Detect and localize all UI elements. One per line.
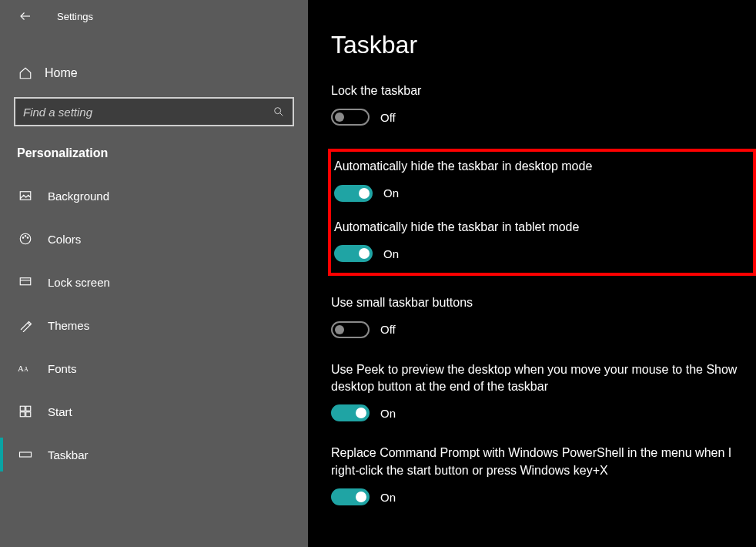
page-title: Taskbar <box>331 31 756 59</box>
nav-list: Background Colors Lock screen Themes <box>0 174 308 476</box>
setting-label: Lock the taskbar <box>331 82 756 99</box>
toggle-state: On <box>380 491 396 504</box>
sidebar: Settings Home Personalization Backgro <box>0 0 308 547</box>
svg-rect-16 <box>20 452 32 457</box>
setting-label: Use small taskbar buttons <box>331 294 756 311</box>
svg-rect-8 <box>20 278 31 285</box>
toggle-state: Off <box>380 323 396 336</box>
svg-rect-12 <box>20 406 25 411</box>
toggle-state: On <box>383 186 399 200</box>
toggle-hide-tablet[interactable] <box>334 245 373 262</box>
sidebar-item-colors[interactable]: Colors <box>0 217 308 260</box>
sidebar-item-start[interactable]: Start <box>0 390 308 433</box>
sidebar-item-label: Fonts <box>48 362 77 375</box>
content-pane: Taskbar Lock the taskbar Off Automatical… <box>308 0 756 547</box>
sidebar-item-label: Themes <box>48 319 89 332</box>
highlight-annotation: Automatically hide the taskbar in deskto… <box>328 149 756 276</box>
lock-screen-icon <box>17 275 34 289</box>
setting-label: Use Peek to preview the desktop when you… <box>331 361 756 396</box>
sidebar-item-taskbar[interactable]: Taskbar <box>0 433 308 476</box>
palette-icon <box>17 232 34 246</box>
toggle-small-buttons[interactable] <box>331 321 370 338</box>
toggle-powershell[interactable] <box>331 488 370 505</box>
setting-label: Automatically hide the taskbar in deskto… <box>334 158 745 175</box>
search-box[interactable] <box>14 97 294 126</box>
taskbar-icon <box>17 448 34 461</box>
setting-peek: Use Peek to preview the desktop when you… <box>331 361 756 422</box>
svg-text:A: A <box>24 366 28 373</box>
setting-lock-taskbar: Lock the taskbar Off <box>331 82 756 126</box>
search-icon <box>273 106 285 118</box>
setting-label: Replace Command Prompt with Windows Powe… <box>331 445 756 479</box>
setting-hide-desktop: Automatically hide the taskbar in deskto… <box>331 158 745 201</box>
search-container <box>14 97 294 126</box>
toggle-hide-desktop[interactable] <box>334 185 373 202</box>
toggle-state: Off <box>380 111 396 124</box>
toggle-peek[interactable] <box>331 404 370 421</box>
toggle-state: On <box>383 247 399 260</box>
sidebar-item-label: Colors <box>48 233 81 246</box>
sidebar-item-lock-screen[interactable]: Lock screen <box>0 260 308 304</box>
svg-rect-13 <box>26 406 31 411</box>
themes-icon <box>17 318 34 332</box>
back-button[interactable] <box>14 5 37 28</box>
picture-icon <box>17 189 34 203</box>
sidebar-item-label: Lock screen <box>48 276 110 289</box>
nav-home[interactable]: Home <box>0 57 308 89</box>
svg-text:A: A <box>18 364 24 373</box>
svg-line-2 <box>280 113 283 116</box>
svg-point-7 <box>27 237 28 239</box>
toggle-state: On <box>380 407 396 420</box>
back-arrow-icon <box>18 9 32 23</box>
svg-point-1 <box>275 108 281 114</box>
titlebar: Settings <box>0 0 308 32</box>
search-input[interactable] <box>23 106 273 119</box>
setting-small-buttons: Use small taskbar buttons Off <box>331 294 756 337</box>
svg-point-6 <box>25 236 26 237</box>
sidebar-item-background[interactable]: Background <box>0 174 308 217</box>
settings-window: Settings Home Personalization Backgro <box>0 0 756 547</box>
sidebar-item-fonts[interactable]: AA Fonts <box>0 347 308 390</box>
svg-point-5 <box>22 237 24 239</box>
setting-hide-tablet: Automatically hide the taskbar in tablet… <box>331 219 745 262</box>
sidebar-item-label: Start <box>48 405 72 418</box>
sidebar-item-themes[interactable]: Themes <box>0 304 308 347</box>
sidebar-item-label: Background <box>48 190 109 203</box>
setting-powershell: Replace Command Prompt with Windows Powe… <box>331 445 756 505</box>
toggle-lock-taskbar[interactable] <box>331 109 370 126</box>
svg-rect-14 <box>20 412 25 417</box>
setting-label: Automatically hide the taskbar in tablet… <box>334 219 745 236</box>
home-icon <box>17 66 34 80</box>
section-title: Personalization <box>0 126 308 174</box>
fonts-icon: AA <box>17 361 34 375</box>
start-icon <box>17 404 34 418</box>
window-title: Settings <box>57 11 93 22</box>
nav-home-label: Home <box>45 66 78 80</box>
sidebar-item-label: Taskbar <box>48 448 89 461</box>
svg-rect-15 <box>26 412 31 417</box>
